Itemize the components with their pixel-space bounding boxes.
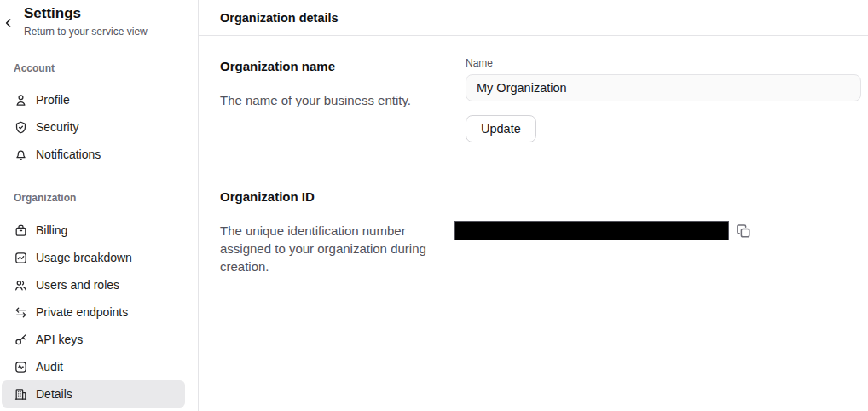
- chevron-left-icon: [2, 16, 19, 30]
- section-label-account: Account: [14, 62, 184, 74]
- main-panel: Organization details Organization name T…: [199, 0, 868, 411]
- users-icon: [14, 278, 28, 292]
- sidebar-item-label: Audit: [36, 360, 63, 373]
- main-content: Organization name The name of your busin…: [199, 36, 868, 275]
- sidebar-item-label: Security: [36, 120, 79, 134]
- sidebar-item-profile[interactable]: Profile: [2, 86, 185, 113]
- settings-subtitle: Return to your service view: [24, 26, 184, 38]
- account-nav: Profile Security Notifications: [0, 86, 198, 168]
- organization-nav: Billing Usage breakdown Users and roles …: [0, 217, 198, 408]
- sidebar-item-private-endpoints[interactable]: Private endpoints: [2, 298, 185, 326]
- sidebar-item-label: Details: [36, 387, 72, 401]
- copy-button[interactable]: [736, 223, 751, 239]
- settings-title: Settings: [24, 4, 184, 23]
- organization-id-title: Organization ID: [220, 189, 466, 205]
- organization-name-section: Organization name The name of your busin…: [220, 59, 861, 142]
- shield-check-icon: [14, 120, 28, 135]
- update-button[interactable]: Update: [466, 115, 536, 142]
- swap-arrows-icon: [14, 305, 28, 320]
- sidebar-item-details[interactable]: Details: [2, 380, 185, 408]
- sidebar-item-security[interactable]: Security: [2, 113, 185, 141]
- organization-id-description: The unique identification number assigne…: [220, 222, 435, 275]
- sidebar-item-label: Users and roles: [36, 278, 119, 292]
- organization-id-section: Organization ID The unique identificatio…: [220, 189, 861, 275]
- organization-name-input[interactable]: [466, 74, 861, 101]
- name-field-label: Name: [466, 57, 861, 69]
- sidebar-header: Settings Return to your service view: [0, 4, 198, 38]
- building-icon: [14, 387, 28, 402]
- sidebar-item-billing[interactable]: Billing: [2, 217, 185, 244]
- organization-id-redacted-value: [454, 221, 729, 240]
- sidebar-item-label: Profile: [36, 93, 70, 107]
- sidebar-item-audit[interactable]: Audit: [2, 353, 185, 380]
- sidebar-item-usage-breakdown[interactable]: Usage breakdown: [2, 244, 185, 271]
- sidebar-item-notifications[interactable]: Notifications: [2, 141, 185, 168]
- sidebar-item-label: Notifications: [36, 148, 101, 161]
- sidebar-item-label: Usage breakdown: [36, 251, 132, 264]
- organization-name-info: Organization name The name of your busin…: [220, 59, 466, 142]
- bell-icon: [14, 148, 28, 162]
- copy-icon: [736, 223, 751, 239]
- organization-name-form: Name Update: [466, 59, 861, 142]
- back-button[interactable]: [2, 14, 19, 32]
- key-icon: [14, 333, 28, 347]
- section-label-organization: Organization: [14, 192, 184, 204]
- user-icon: [14, 93, 28, 107]
- settings-sidebar: Settings Return to your service view Acc…: [0, 0, 199, 411]
- organization-id-value-area: [466, 189, 861, 275]
- sidebar-item-label: API keys: [36, 333, 83, 346]
- organization-name-description: The name of your business entity.: [220, 91, 435, 109]
- sidebar-item-api-keys[interactable]: API keys: [2, 326, 185, 353]
- billing-icon: [14, 223, 28, 238]
- organization-id-info: Organization ID The unique identificatio…: [220, 189, 466, 275]
- activity-square-icon: [14, 360, 28, 374]
- chart-icon: [14, 251, 28, 265]
- sidebar-item-users-and-roles[interactable]: Users and roles: [2, 271, 185, 298]
- page-title: Organization details: [199, 0, 868, 36]
- organization-name-title: Organization name: [220, 59, 466, 74]
- sidebar-item-label: Billing: [36, 223, 67, 237]
- sidebar-item-label: Private endpoints: [36, 305, 128, 319]
